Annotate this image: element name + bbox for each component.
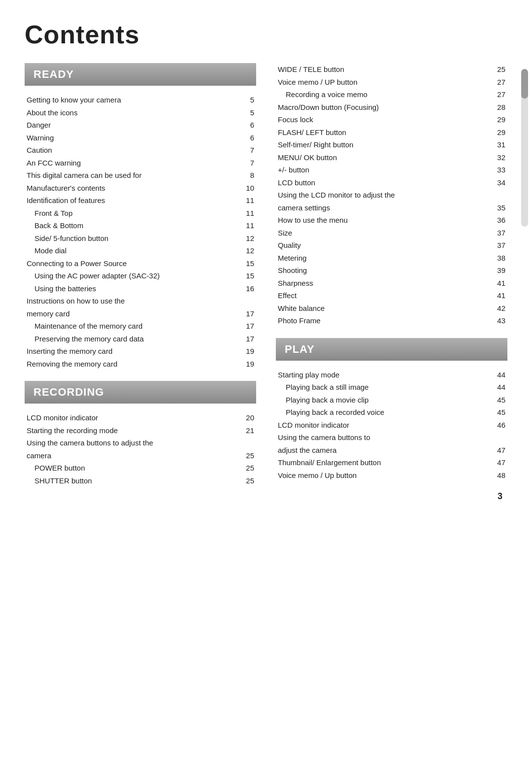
toc-entry: +/- button33 xyxy=(276,164,507,176)
toc-entry: Manufacturer's contents10 xyxy=(25,182,256,195)
toc-entry: Using the AC power adapter (SAC-32)15 xyxy=(25,270,256,282)
toc-page-num: 28 xyxy=(497,101,505,114)
toc-label: Metering xyxy=(278,252,497,265)
section-header-ready: READY xyxy=(25,63,256,86)
toc-entry: adjust the camera47 xyxy=(276,444,507,457)
toc-page-num: 46 xyxy=(497,419,505,432)
toc-entry: Removing the memory card19 xyxy=(25,358,256,371)
toc-page-num: 25 xyxy=(246,449,254,462)
toc-label: Playing back a movie clip xyxy=(278,394,497,407)
toc-entry: Identification of features11 xyxy=(25,194,256,207)
toc-label: About the icons xyxy=(27,106,250,119)
toc-page-num: 29 xyxy=(497,113,505,126)
toc-entry: Sharpness41 xyxy=(276,277,507,290)
toc-page-num: 41 xyxy=(497,277,505,290)
toc-label: camera xyxy=(27,449,246,462)
toc-label: Front & Top xyxy=(27,207,246,220)
toc-page-num: 31 xyxy=(497,138,505,151)
toc-label: Using the camera buttons to xyxy=(278,431,505,444)
toc-entry: WIDE / TELE button25 xyxy=(276,63,507,76)
toc-entry: Size37 xyxy=(276,227,507,239)
toc-page-num: 38 xyxy=(497,252,505,265)
toc-page-num: 29 xyxy=(497,126,505,139)
recording-right-entries: WIDE / TELE button25Voice memo / UP butt… xyxy=(276,63,507,327)
toc-page-num: 42 xyxy=(497,302,505,315)
toc-page-num: 19 xyxy=(246,358,254,371)
toc-entry: POWER button25 xyxy=(25,462,256,475)
toc-label: Macro/Down button (Focusing) xyxy=(278,101,497,114)
toc-label: +/- button xyxy=(278,164,497,176)
toc-entry: This digital camera can be used for8 xyxy=(25,169,256,182)
toc-entry: Maintenance of the memory card17 xyxy=(25,320,256,333)
toc-entry: How to use the menu36 xyxy=(276,214,507,227)
toc-label: memory card xyxy=(27,307,246,320)
toc-label: LCD monitor indicator xyxy=(278,419,497,432)
toc-entry: Instructions on how to use the xyxy=(25,295,256,307)
toc-page-num: 43 xyxy=(497,314,505,327)
toc-page-num: 44 xyxy=(497,369,505,381)
toc-label: MENU/ OK button xyxy=(278,151,497,164)
toc-entry: MENU/ OK button32 xyxy=(276,151,507,164)
toc-entry: Inserting the memory card19 xyxy=(25,345,256,358)
right-column: WIDE / TELE button25Voice memo / UP butt… xyxy=(276,63,507,487)
toc-page-num: 47 xyxy=(497,456,505,469)
toc-label: An FCC warning xyxy=(27,157,250,170)
toc-label: Voice memo / Up button xyxy=(278,469,497,482)
toc-label: Identification of features xyxy=(27,194,246,207)
toc-label: Thumbnail/ Enlargement button xyxy=(278,456,497,469)
toc-label: Shooting xyxy=(278,264,497,277)
toc-page-num: 17 xyxy=(246,307,254,320)
toc-label: Size xyxy=(278,227,497,239)
toc-label: Using the batteries xyxy=(27,282,246,295)
toc-page-num: 37 xyxy=(497,239,505,252)
toc-entry: Caution7 xyxy=(25,144,256,157)
scrollbar-thumb[interactable] xyxy=(521,69,528,99)
toc-page-num: 5 xyxy=(250,94,254,106)
toc-label: Recording a voice memo xyxy=(278,88,497,101)
play-entries: Starting play mode44Playing back a still… xyxy=(276,369,507,482)
toc-label: LCD button xyxy=(278,176,497,189)
toc-page-num: 6 xyxy=(250,119,254,132)
toc-page-num: 45 xyxy=(497,394,505,407)
toc-entry: Playing back a still image44 xyxy=(276,381,507,394)
toc-label: Starting play mode xyxy=(278,369,497,381)
toc-entry: Warning6 xyxy=(25,132,256,144)
toc-label: Self-timer/ Right button xyxy=(278,138,497,151)
toc-page-num: 44 xyxy=(497,381,505,394)
page-number: 3 xyxy=(498,491,502,502)
toc-entry: Metering38 xyxy=(276,252,507,265)
toc-entry: Preserving the memory card data17 xyxy=(25,333,256,345)
toc-entry: Playing back a recorded voice45 xyxy=(276,406,507,419)
toc-label: Danger xyxy=(27,119,250,132)
toc-entry: Voice memo / Up button48 xyxy=(276,469,507,482)
toc-entry: Mode dial12 xyxy=(25,244,256,257)
toc-page-num: 34 xyxy=(497,176,505,189)
toc-label: White balance xyxy=(278,302,497,315)
toc-page-num: 33 xyxy=(497,164,505,176)
toc-page-num: 41 xyxy=(497,289,505,302)
toc-entry: Voice memo / UP button27 xyxy=(276,76,507,89)
toc-entry: Side/ 5-function button12 xyxy=(25,232,256,245)
toc-label: Removing the memory card xyxy=(27,358,246,371)
toc-page-num: 11 xyxy=(246,207,254,220)
toc-label: Using the camera buttons to adjust the xyxy=(27,437,254,449)
toc-entry: Thumbnail/ Enlargement button47 xyxy=(276,456,507,469)
toc-page-num: 11 xyxy=(246,194,254,207)
toc-page-num: 15 xyxy=(246,257,254,270)
toc-label: Warning xyxy=(27,132,250,144)
page-title: Contents xyxy=(25,20,507,49)
toc-entry: Quality37 xyxy=(276,239,507,252)
toc-entry: Back & Bottom11 xyxy=(25,219,256,232)
toc-label: Quality xyxy=(278,239,497,252)
toc-page-num: 27 xyxy=(497,76,505,89)
toc-label: Effect xyxy=(278,289,497,302)
toc-entry: Photo Frame43 xyxy=(276,314,507,327)
left-column: READY Getting to know your camera5About … xyxy=(25,63,256,487)
toc-page-num: 10 xyxy=(246,182,254,195)
scrollbar[interactable] xyxy=(521,69,528,227)
toc-page-num: 47 xyxy=(497,444,505,457)
ready-entries: Getting to know your camera5About the ic… xyxy=(25,94,256,370)
toc-page-num: 37 xyxy=(497,227,505,239)
toc-page-num: 21 xyxy=(246,424,254,437)
toc-entry: Getting to know your camera5 xyxy=(25,94,256,106)
